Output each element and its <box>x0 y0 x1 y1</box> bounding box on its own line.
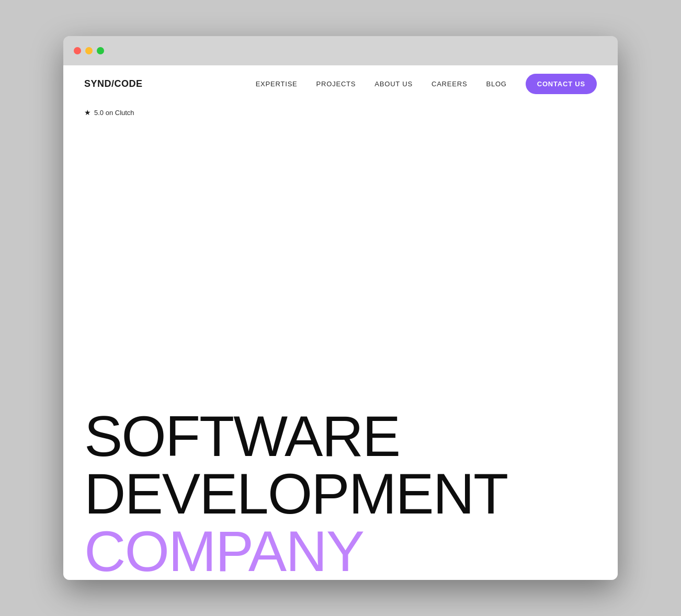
contact-button[interactable]: CONTACT US <box>526 74 597 94</box>
traffic-lights <box>74 47 104 54</box>
minimize-button[interactable] <box>85 47 93 54</box>
nav-item-projects[interactable]: PROJECTS <box>316 79 356 88</box>
browser-window: SYND/CODE EXPERTISE PROJECTS ABOUT US CA… <box>63 36 618 580</box>
clutch-rating-text: 5.0 on Clutch <box>94 109 134 117</box>
star-icon: ★ <box>84 108 91 117</box>
nav-links: EXPERTISE PROJECTS ABOUT US CAREERS BLOG… <box>256 79 597 88</box>
nav-item-about[interactable]: ABOUT US <box>374 79 413 88</box>
nav-link-about[interactable]: ABOUT US <box>374 80 413 88</box>
hero-line-1: SOFTWARE <box>84 407 597 465</box>
nav-item-careers[interactable]: CAREERS <box>432 79 467 88</box>
nav-item-contact[interactable]: CONTACT US <box>526 79 597 88</box>
hero-line-3: COMPANY <box>84 522 597 580</box>
navbar: SYND/CODE EXPERTISE PROJECTS ABOUT US CA… <box>63 65 618 102</box>
hero-section: SOFTWARE DEVELOPMENT COMPANY <box>63 123 618 580</box>
browser-content: SYND/CODE EXPERTISE PROJECTS ABOUT US CA… <box>63 65 618 580</box>
browser-chrome <box>63 36 618 65</box>
maximize-button[interactable] <box>97 47 104 54</box>
logo[interactable]: SYND/CODE <box>84 78 143 89</box>
nav-link-expertise[interactable]: EXPERTISE <box>256 80 298 88</box>
nav-link-blog[interactable]: BLOG <box>486 80 506 88</box>
close-button[interactable] <box>74 47 81 54</box>
hero-text: SOFTWARE DEVELOPMENT COMPANY <box>84 407 597 580</box>
nav-item-expertise[interactable]: EXPERTISE <box>256 79 298 88</box>
nav-link-projects[interactable]: PROJECTS <box>316 80 356 88</box>
nav-item-blog[interactable]: BLOG <box>486 79 506 88</box>
nav-link-careers[interactable]: CAREERS <box>432 80 467 88</box>
hero-line-2: DEVELOPMENT <box>84 465 597 522</box>
clutch-rating[interactable]: ★ 5.0 on Clutch <box>63 102 618 123</box>
